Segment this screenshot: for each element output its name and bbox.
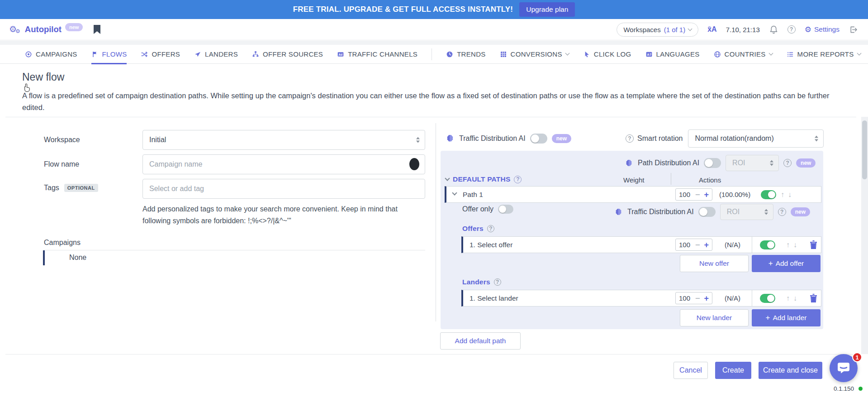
new-lander-button[interactable]: New lander bbox=[680, 309, 749, 326]
tab-languages[interactable]: A LANGUAGES bbox=[645, 45, 700, 64]
default-paths-header: DEFAULT PATHS ? bbox=[446, 175, 522, 183]
weight-value[interactable]: 100 bbox=[679, 241, 691, 249]
add-lander-button[interactable]: + Add lander bbox=[752, 309, 821, 326]
smart-rotation-select[interactable]: Normal rotation(random) bbox=[688, 129, 824, 148]
flow-name-wrap bbox=[142, 154, 425, 174]
settings-button[interactable]: ⚙ Settings bbox=[805, 25, 840, 34]
tab-landers[interactable]: LANDERS bbox=[194, 45, 238, 64]
offer-only-toggle[interactable] bbox=[498, 205, 513, 214]
path-weight-widget: 100 − + bbox=[675, 188, 712, 201]
help-icon[interactable]: ? bbox=[787, 25, 796, 34]
column-divider bbox=[436, 123, 436, 321]
offer-row-label[interactable]: 1. Select offer bbox=[470, 241, 512, 249]
collapse-chevron-icon[interactable] bbox=[452, 190, 457, 195]
tdai-toggle[interactable] bbox=[530, 134, 547, 144]
chevron-down-icon bbox=[857, 51, 861, 56]
ai-brain-icon bbox=[625, 159, 633, 168]
languages-icon: A bbox=[645, 51, 653, 58]
path-enabled-toggle[interactable] bbox=[761, 190, 776, 199]
offers-header: Offers ? bbox=[462, 225, 494, 233]
tab-offer-sources[interactable]: OFFER SOURCES bbox=[252, 45, 323, 64]
pdai-help-icon[interactable]: ? bbox=[783, 159, 792, 167]
flow-name-input[interactable] bbox=[142, 154, 425, 174]
path-tdai-toggle[interactable] bbox=[698, 207, 716, 217]
offer-enabled-toggle[interactable] bbox=[760, 240, 775, 249]
delete-trash-icon[interactable] bbox=[810, 294, 817, 302]
upgrade-plan-button[interactable]: Upgrade plan bbox=[519, 2, 575, 17]
smart-rotation-row: ? Smart rotation Normal rotation(random) bbox=[626, 129, 824, 148]
campaigns-divider bbox=[43, 250, 425, 250]
move-up-arrow[interactable]: ↑ bbox=[786, 241, 790, 249]
add-default-path-button[interactable]: Add default path bbox=[440, 332, 521, 350]
tab-click-log[interactable]: CLICK LOG bbox=[583, 45, 631, 64]
collapse-chevron-icon[interactable] bbox=[445, 176, 450, 181]
create-button[interactable]: Create bbox=[715, 362, 751, 379]
offers-help-icon[interactable]: ? bbox=[487, 225, 494, 232]
tags-label: Tags bbox=[44, 184, 59, 192]
weight-plus-button[interactable]: + bbox=[704, 294, 709, 302]
tab-trends[interactable]: TRENDS bbox=[446, 45, 485, 64]
pdai-toggle[interactable] bbox=[704, 158, 721, 168]
brand-block[interactable]: ⚙ ⚙ Autopilot new bbox=[9, 19, 100, 40]
offer-only-row: Offer only bbox=[462, 205, 513, 214]
plus-icon: + bbox=[768, 259, 773, 268]
landers-header: Landers ? bbox=[462, 278, 501, 286]
move-down-arrow[interactable]: ↓ bbox=[793, 241, 797, 249]
default-paths-help-icon[interactable]: ? bbox=[514, 176, 522, 183]
path-weight-percent: (100.00%) bbox=[719, 191, 750, 198]
lander-enabled-toggle[interactable] bbox=[760, 294, 775, 303]
tab-offers[interactable]: OFFERS bbox=[141, 45, 180, 64]
offer-row: 1. Select offer 100 − + (N/A) ↑ ↓ bbox=[461, 236, 821, 253]
traffic-distribution-ai-row: Traffic Distribution AI new bbox=[446, 134, 571, 144]
workspace-select[interactable]: Initial bbox=[142, 130, 425, 150]
landers-title: Landers bbox=[462, 278, 490, 286]
tags-wrap bbox=[142, 179, 425, 199]
notifications-bell-icon[interactable] bbox=[769, 25, 778, 34]
path-roi-select[interactable]: ROI bbox=[720, 204, 773, 220]
lander-row: 1. Select lander 100 − + (N/A) ↑ ↓ bbox=[461, 290, 821, 307]
new-offer-button[interactable]: New offer bbox=[680, 255, 749, 272]
delete-trash-icon[interactable] bbox=[810, 240, 817, 249]
weight-value[interactable]: 100 bbox=[679, 294, 691, 302]
smart-rotation-help-icon[interactable]: ? bbox=[626, 134, 634, 143]
pdai-roi-select[interactable]: ROI bbox=[726, 155, 779, 171]
autopilot-gears-icon: ⚙ ⚙ bbox=[9, 25, 20, 34]
select-chevrons-icon bbox=[770, 160, 773, 166]
move-down-arrow[interactable]: ↓ bbox=[793, 294, 797, 302]
click-log-cursor-icon bbox=[583, 51, 590, 58]
move-down-arrow[interactable]: ↓ bbox=[788, 191, 792, 199]
tab-more-reports[interactable]: MORE REPORTS bbox=[787, 45, 861, 64]
add-offer-button[interactable]: + Add offer bbox=[752, 255, 821, 272]
weight-plus-button[interactable]: + bbox=[704, 191, 709, 199]
tab-flows[interactable]: FLOWS bbox=[91, 45, 127, 64]
move-up-arrow[interactable]: ↑ bbox=[781, 191, 784, 199]
weight-minus-button[interactable]: − bbox=[695, 191, 700, 199]
workspaces-selector[interactable]: Workspaces (1 of 1) bbox=[617, 23, 698, 37]
svg-text:Ad: Ad bbox=[339, 53, 343, 56]
tab-traffic-channels[interactable]: Ad TRAFFIC CHANNELS bbox=[337, 45, 417, 64]
logout-icon[interactable] bbox=[849, 25, 858, 34]
cancel-button[interactable]: Cancel bbox=[674, 362, 708, 379]
tags-input[interactable] bbox=[142, 179, 425, 199]
weight-value[interactable]: 100 bbox=[679, 191, 691, 198]
tab-conversions[interactable]: CONVERSIONS bbox=[500, 45, 569, 64]
weight-minus-button[interactable]: − bbox=[695, 294, 700, 302]
move-up-arrow[interactable]: ↑ bbox=[786, 294, 790, 302]
path-tdai-help-icon[interactable]: ? bbox=[778, 208, 786, 216]
landers-help-icon[interactable]: ? bbox=[494, 278, 501, 286]
translate-icon[interactable]: x̄A bbox=[707, 25, 716, 34]
lander-weight-widget: 100 − + bbox=[675, 292, 712, 304]
workspace-label: Workspace bbox=[44, 136, 80, 144]
tab-countries[interactable]: COUNTRIES bbox=[714, 45, 773, 64]
ai-brain-icon bbox=[446, 134, 455, 143]
tab-campaigns[interactable]: CAMPAIGNS bbox=[25, 45, 77, 64]
weight-minus-button[interactable]: − bbox=[695, 241, 700, 249]
scrollbar-thumb[interactable] bbox=[862, 120, 867, 179]
bookmark-icon[interactable] bbox=[94, 25, 100, 34]
lander-row-label[interactable]: 1. Select lander bbox=[470, 294, 518, 302]
smart-rotation-label: Smart rotation bbox=[637, 134, 683, 143]
chat-unread-badge: 1 bbox=[852, 352, 862, 362]
weight-plus-button[interactable]: + bbox=[704, 241, 709, 249]
workspaces-count: (1 of 1) bbox=[664, 26, 686, 34]
create-and-close-button[interactable]: Create and close bbox=[759, 362, 822, 379]
